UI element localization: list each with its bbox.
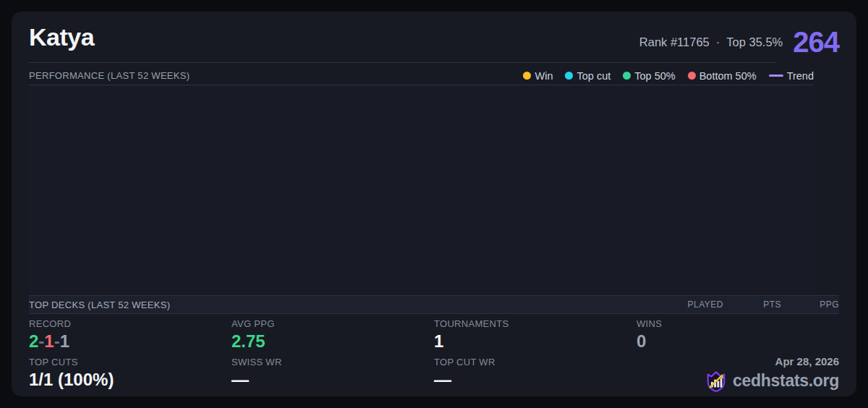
stat-swiss-wr-label: SWISS WR [231,357,434,367]
stat-record: RECORD 2-1-1 [29,318,231,352]
player-score: 264 [793,27,839,56]
stat-top-cuts-value: 1/1 (100%) [29,370,231,390]
player-stats-card: Katya Rank #11765 · Top 35.5% 264 PERFOR… [12,12,856,396]
legend-item-top-cut: Top cut [565,70,610,82]
legend-item-win: Win [523,70,553,82]
top-decks-header-row: TOP DECKS (LAST 52 WEEKS) PLAYEDPTSPPG [29,295,839,314]
stat-record-label: RECORD [29,318,231,329]
legend-label: Win [535,70,553,82]
stat-top-cuts: TOP CUTS 1/1 (100%) [29,357,231,393]
header-right: Rank #11765 · Top 35.5% 264 [639,26,839,58]
stat-top-cut-wr-label: TOP CUT WR [434,357,637,367]
top-decks-heading: TOP DECKS (LAST 52 WEEKS) [29,299,170,310]
deck-column-played: PLAYED [665,299,723,310]
win-dot-icon [523,72,531,80]
cedhstats-shield-logo-icon [705,370,727,393]
stats-grid: RECORD 2-1-1 AVG PPG 2.75 TOURNAMENTS 1 … [29,318,839,393]
brand-wordmark: cedhstats.org [733,371,839,391]
stat-tournaments-value: 1 [434,331,637,352]
stat-tournaments: TOURNAMENTS 1 [434,318,637,352]
stat-wins-label: WINS [637,318,839,329]
performance-chart [29,85,814,294]
record-losses: 1 [44,331,54,351]
legend-item-trend: Trend [769,70,814,82]
top-percent-text: Top 35.5% [726,35,783,49]
card-date: Apr 28, 2026 [637,355,839,367]
footer: Apr 28, 2026 cedhstats.org [637,357,839,393]
deck-column-ppg: PPG [781,299,839,310]
rank-separator: · [716,35,720,49]
bottom-50-dot-icon [688,72,696,80]
header-divider [29,62,775,63]
stat-swiss-wr-value: — [231,370,434,390]
stat-avg-ppg-value: 2.75 [231,331,434,352]
legend-item-top-50: Top 50% [623,70,675,82]
top-50-dot-icon [623,72,631,80]
page-title: Katya [29,23,94,51]
top-cut-dot-icon [565,72,573,80]
legend-label: Top 50% [634,70,675,82]
legend-label: Bottom 50% [699,70,757,82]
chart-legend: WinTop cutTop 50%Bottom 50%Trend [523,70,814,82]
stat-avg-ppg-label: AVG PPG [231,318,434,329]
stat-top-cuts-label: TOP CUTS [29,357,231,367]
stat-wins-value: 0 [637,331,839,352]
rank-text: Rank #11765 [639,35,710,49]
stat-record-value: 2-1-1 [29,331,231,352]
top-decks-columns: PLAYEDPTSPPG [665,299,839,310]
legend-item-bottom-50: Bottom 50% [688,70,757,82]
stat-wins: WINS 0 [637,318,839,352]
stat-tournaments-label: TOURNAMENTS [434,318,637,329]
rank-line: Rank #11765 · Top 35.5% [639,35,783,49]
brand-link[interactable]: cedhstats.org [637,370,839,393]
record-separator: - [54,331,60,351]
performance-header-row: PERFORMANCE (LAST 52 WEEKS) WinTop cutTo… [29,67,814,84]
stat-top-cut-wr-value: — [434,370,637,390]
stat-swiss-wr: SWISS WR — [231,357,434,393]
performance-heading: PERFORMANCE (LAST 52 WEEKS) [29,70,190,81]
stat-top-cut-wr: TOP CUT WR — [434,357,637,393]
legend-label: Top cut [576,70,610,82]
record-wins: 2 [29,331,38,351]
deck-column-pts: PTS [723,299,781,310]
record-draws: 1 [60,331,69,351]
trend-line-swatch-icon [769,75,783,77]
stat-avg-ppg: AVG PPG 2.75 [231,318,434,352]
legend-label: Trend [787,70,814,82]
